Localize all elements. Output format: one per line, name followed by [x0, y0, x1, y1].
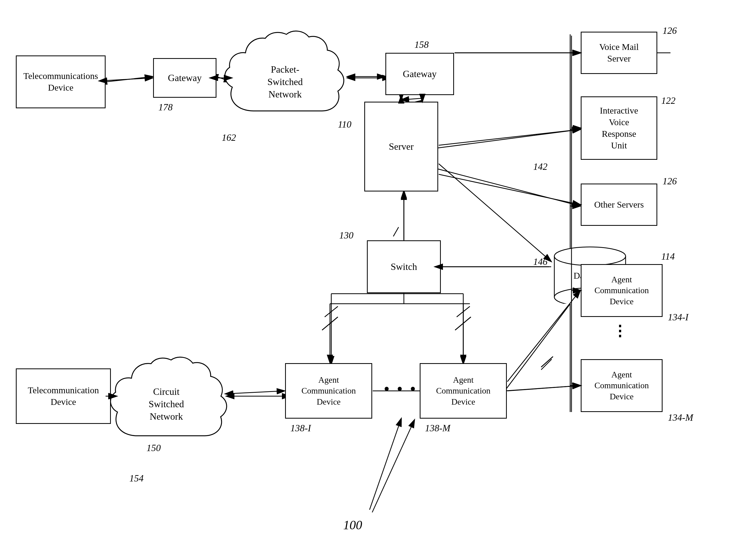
server-label: Server: [389, 141, 414, 153]
svg-line-71: [372, 420, 414, 512]
svg-line-50: [455, 317, 471, 330]
svg-line-33: [541, 359, 552, 370]
label-138M: 138-M: [425, 422, 450, 434]
svg-line-32: [505, 386, 580, 391]
svg-line-2: [105, 77, 153, 82]
diagram: Telecommunications Device Gateway Packet…: [0, 0, 756, 557]
switch-label: Switch: [391, 261, 417, 273]
svg-line-65: [439, 129, 580, 145]
circuit-network-cloud: CircuitSwitchedNetwork: [103, 354, 232, 460]
svg-line-70: [541, 356, 553, 367]
label-138I: 138-I: [290, 422, 311, 434]
dots-right: ⋮: [612, 322, 627, 340]
label-178: 178: [158, 102, 172, 113]
label-162: 162: [222, 132, 236, 143]
telecom-device2-label: TelecommunicationDevice: [28, 384, 99, 408]
telecom-device-box: Telecommunications Device: [16, 55, 105, 108]
label-126a: 126: [663, 25, 677, 36]
svg-line-44: [232, 391, 285, 393]
svg-line-34: [370, 419, 401, 510]
packet-network-cloud: Packet-SwitchedNetwork: [216, 26, 354, 137]
label-154: 154: [129, 473, 144, 484]
agent-comm-bottom-label: AgentCommunicationDevice: [594, 369, 649, 402]
server-box: Server: [364, 102, 438, 192]
other-servers-box: Other Servers: [581, 183, 657, 226]
svg-line-5: [401, 98, 422, 100]
label-134M: 134-M: [668, 412, 693, 423]
label-122: 122: [661, 95, 675, 106]
svg-line-13: [438, 169, 580, 206]
label-126b: 126: [663, 176, 677, 187]
agent-comm-top-box: AgentCommunicationDevice: [581, 264, 663, 317]
ivr-label: InteractiveVoiceResponseUnit: [600, 105, 638, 152]
label-134I: 134-I: [668, 312, 688, 323]
gateway-left-label: Gateway: [168, 72, 202, 84]
agent-comm-bottom-box: AgentCommunicationDevice: [581, 359, 663, 412]
label-130: 130: [339, 230, 353, 241]
other-servers-label: Other Servers: [594, 199, 644, 210]
label-114: 114: [661, 251, 675, 262]
gateway-right-label: Gateway: [403, 68, 437, 80]
ivr-box: InteractiveVoiceResponseUnit: [581, 96, 657, 160]
voice-mail-label: Voice MailServer: [599, 41, 639, 64]
svg-line-12: [438, 129, 580, 148]
svg-line-26: [325, 306, 338, 317]
label-146: 146: [533, 256, 547, 267]
switch-box: Switch: [367, 240, 441, 293]
svg-line-69: [507, 386, 580, 391]
svg-point-36: [554, 247, 626, 265]
label-100: 100: [343, 518, 362, 532]
label-158: 158: [414, 39, 429, 50]
label-110: 110: [338, 119, 351, 130]
svg-line-66: [439, 174, 580, 205]
agent-comm-1-label: AgentCommunicationDevice: [302, 375, 356, 408]
svg-line-68: [507, 291, 580, 382]
telecom-device-label: Telecommunications Device: [17, 70, 105, 93]
agent-comm-1-box: AgentCommunicationDevice: [285, 363, 372, 419]
gateway-right-box: Gateway: [385, 53, 454, 95]
telecom-device2-box: TelecommunicationDevice: [16, 369, 111, 424]
svg-line-27: [456, 306, 470, 317]
svg-line-67: [439, 164, 551, 261]
svg-line-31: [505, 291, 580, 391]
svg-line-64: [105, 78, 153, 81]
label-150: 150: [147, 442, 161, 453]
svg-line-49: [322, 317, 338, 330]
dots-center: • • •: [384, 380, 418, 397]
label-142: 142: [533, 161, 547, 172]
voice-mail-box: Voice MailServer: [581, 32, 657, 74]
agent-comm-top-label: AgentCommunicationDevice: [594, 274, 649, 307]
gateway-left-box: Gateway: [153, 58, 216, 98]
agent-comm-M-label: AgentCommunicationDevice: [436, 375, 491, 408]
svg-line-22: [393, 227, 399, 236]
agent-comm-M-box: AgentCommunicationDevice: [420, 363, 507, 419]
